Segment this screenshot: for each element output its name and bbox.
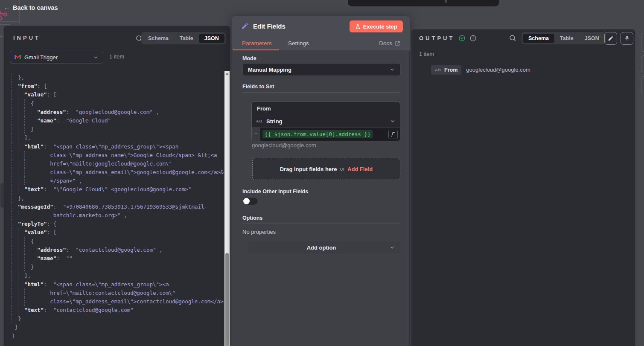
gmail-icon bbox=[15, 55, 21, 60]
drag-or-text: or bbox=[340, 166, 344, 172]
include-other-fields-toggle[interactable] bbox=[242, 197, 258, 205]
divider bbox=[242, 92, 400, 93]
divider bbox=[242, 224, 400, 224]
options-label: Options bbox=[242, 215, 262, 221]
chevron-down-icon bbox=[390, 118, 396, 124]
output-schema-row[interactable]: AB From googlecloud@google.com bbox=[431, 65, 530, 75]
expand-expression-icon bbox=[390, 132, 396, 137]
external-link-icon bbox=[395, 41, 400, 46]
fields-to-set-label: Fields to Set bbox=[242, 84, 274, 90]
open-expression-editor-button[interactable] bbox=[388, 130, 398, 139]
execute-step-label: Execute step bbox=[363, 23, 397, 30]
input-source-select[interactable]: Gmail Trigger bbox=[10, 51, 103, 64]
tab-settings[interactable]: Settings bbox=[288, 40, 309, 47]
modal-tabs: Parameters Settings Docs bbox=[232, 38, 410, 50]
pin-data-button[interactable] bbox=[621, 32, 633, 45]
mode-select[interactable]: Manual Mapping bbox=[242, 63, 401, 76]
chevron-down-icon bbox=[389, 67, 395, 73]
input-tab-json[interactable]: JSON bbox=[199, 34, 224, 43]
mode-value: Manual Mapping bbox=[248, 67, 389, 73]
back-arrow-icon: ← bbox=[3, 4, 10, 11]
execute-step-button[interactable]: Execute step bbox=[350, 20, 403, 32]
expression-input[interactable]: {{ $json.from.value[0].address }} bbox=[260, 128, 400, 141]
drag-text: Drag input fields here bbox=[280, 166, 337, 172]
mode-label: Mode bbox=[242, 55, 256, 61]
add-option-select[interactable]: Add option bbox=[248, 241, 400, 254]
edge-tab-partial[interactable] bbox=[641, 76, 644, 94]
no-properties-text: No properties bbox=[242, 229, 276, 235]
include-other-fields-label: Include Other Input Fields bbox=[242, 189, 308, 195]
edge-tab-partial[interactable] bbox=[641, 55, 644, 72]
output-tab-table[interactable]: Table bbox=[554, 34, 579, 43]
pencil-icon bbox=[608, 35, 614, 41]
modal-body: Mode Manual Mapping Fields to Set From A… bbox=[232, 50, 410, 346]
field-card: From AB String = {{ $json.from.value[0].… bbox=[251, 102, 400, 141]
expression-preview: googlecloud@google.com bbox=[252, 142, 316, 148]
docs-label: Docs bbox=[379, 40, 392, 47]
input-panel-title: INPUT bbox=[13, 35, 41, 41]
success-check-icon bbox=[458, 35, 466, 42]
string-type-icon: AB bbox=[435, 68, 441, 72]
expression-text: {{ $json.from.value[0].address }} bbox=[262, 130, 373, 138]
modal-header: Edit Fields Execute step Parameters Sett… bbox=[232, 16, 410, 50]
output-tab-schema[interactable]: Schema bbox=[523, 34, 554, 43]
input-panel: INPUT Schema Table JSON Gmail Trigger 1 … bbox=[3, 26, 230, 346]
search-icon[interactable] bbox=[509, 34, 516, 42]
chevron-down-icon bbox=[389, 244, 395, 250]
field-name-input[interactable]: From bbox=[252, 102, 400, 115]
output-view-tabs: Schema Table JSON bbox=[522, 32, 606, 44]
input-scrollbar[interactable] bbox=[224, 71, 230, 346]
drag-drop-zone[interactable]: Drag input fields here or Add Field bbox=[252, 158, 400, 180]
output-item-count: 1 item bbox=[419, 51, 434, 57]
panel-collapse-handle[interactable] bbox=[0, 183, 4, 208]
scrollbar-thumb[interactable] bbox=[225, 253, 229, 346]
flask-icon bbox=[355, 24, 361, 29]
scroll-up-arrow-icon[interactable] bbox=[225, 73, 229, 75]
add-field-button[interactable]: Add Field bbox=[347, 166, 373, 172]
pin-icon bbox=[624, 35, 630, 41]
info-icon[interactable] bbox=[469, 35, 477, 42]
input-source-label: Gmail Trigger bbox=[24, 54, 90, 61]
input-item-count: 1 item bbox=[109, 53, 124, 60]
edit-output-button[interactable] bbox=[604, 32, 617, 45]
output-field-value: googlecloud@google.com bbox=[466, 67, 530, 73]
expression-equals-toggle[interactable]: = bbox=[252, 128, 260, 141]
input-tab-table[interactable]: Table bbox=[174, 34, 199, 43]
tab-parameters[interactable]: Parameters bbox=[242, 40, 272, 47]
output-field-key: From bbox=[444, 67, 458, 73]
json-code[interactable]: },"from": {"value": [{"address": "google… bbox=[10, 71, 224, 346]
string-type-icon: AB bbox=[256, 119, 262, 123]
field-type-select[interactable]: AB String bbox=[252, 115, 400, 128]
node-detail-modal: Edit Fields Execute step Parameters Sett… bbox=[232, 16, 410, 346]
edge-tab-partial[interactable] bbox=[641, 33, 644, 52]
docs-link[interactable]: Docs bbox=[379, 40, 400, 47]
output-tab-json[interactable]: JSON bbox=[579, 34, 605, 43]
back-label: Back to canvas bbox=[13, 4, 58, 11]
chevron-down-icon bbox=[93, 55, 99, 60]
canvas-toolbar-partial bbox=[348, 0, 499, 6]
output-panel: OUTPUT Schema Table JSON 1 item AB From … bbox=[411, 29, 635, 346]
add-option-label: Add option bbox=[254, 244, 389, 251]
edit-pencil-icon bbox=[241, 22, 249, 30]
toggle-knob bbox=[243, 198, 250, 204]
output-panel-title: OUTPUT bbox=[419, 35, 455, 41]
input-view-tabs: Schema Table JSON bbox=[141, 32, 226, 44]
input-tab-schema[interactable]: Schema bbox=[143, 34, 174, 43]
canvas-toolbar-tick bbox=[446, 0, 446, 3]
output-field-pill[interactable]: AB From bbox=[431, 65, 461, 75]
field-type-value: String bbox=[266, 118, 386, 125]
node-title: Edit Fields bbox=[253, 23, 286, 30]
back-to-canvas[interactable]: ← Back to canvas bbox=[3, 4, 58, 11]
